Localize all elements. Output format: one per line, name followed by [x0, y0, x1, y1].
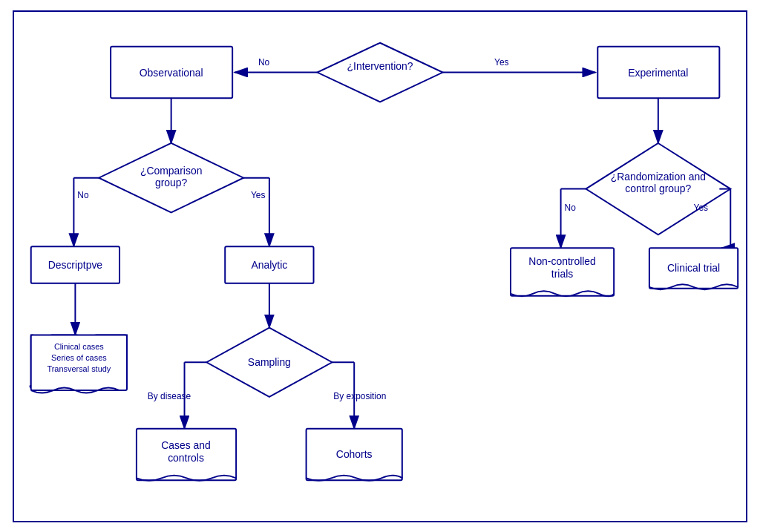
- clinical-trial-label: Clinical trial: [667, 261, 720, 273]
- intervention-label: ¿Intervention?: [347, 59, 413, 71]
- clinical-cases-line3: Transversal study: [47, 364, 111, 373]
- non-controlled-line2: trials: [551, 267, 573, 279]
- yes-label-left: Yes: [251, 189, 265, 200]
- cohorts-label: Cohorts: [336, 448, 373, 460]
- rand-label-1: ¿Randomization and: [611, 170, 706, 182]
- by-exposition-label: By exposition: [333, 390, 386, 401]
- no-label-rand: No: [565, 203, 577, 213]
- intervention-diamond: [317, 42, 442, 102]
- sampling-label: Sampling: [248, 356, 291, 368]
- cases-controls-line2: controls: [168, 452, 204, 464]
- by-disease-label: By disease: [148, 390, 191, 401]
- rand-label-2: control group?: [625, 182, 691, 194]
- comparison-label-1: ¿Comparison: [140, 164, 202, 176]
- yes-label-rand: Yes: [694, 203, 708, 213]
- no-label-top: No: [258, 56, 270, 67]
- yes-label-top: Yes: [494, 56, 508, 67]
- clinical-cases-line1: Clinical cases: [54, 342, 104, 351]
- clinical-cases-line2: Series of cases: [51, 353, 107, 362]
- non-controlled-line1: Non-controlled: [528, 255, 595, 267]
- analytic-label: Analytic: [252, 258, 288, 270]
- no-label-left: No: [77, 189, 89, 200]
- comparison-label-2: group?: [155, 176, 188, 188]
- descriptive-label: Descriptpve: [48, 258, 103, 270]
- experimental-label: Experimental: [628, 67, 688, 79]
- cases-controls-line1: Cases and: [161, 439, 210, 450]
- diagram-container: ¿Intervention? Observational No Experime…: [13, 10, 747, 522]
- observational-label: Observational: [140, 67, 203, 79]
